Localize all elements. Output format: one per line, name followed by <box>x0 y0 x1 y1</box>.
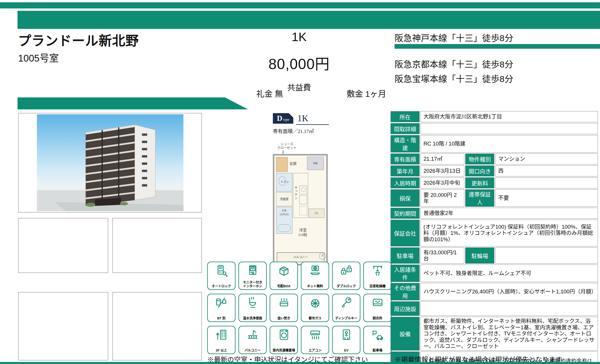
toilet-label: トイレ <box>280 180 289 184</box>
spec-value: RC 10階 / 10階建 <box>421 135 598 153</box>
amenity-label: モニター付き インターホン <box>243 281 262 288</box>
property-sheet: プランドール新北野 1005号室 1K 80,000円 共益費 礼金 無 敷金 … <box>0 0 600 364</box>
spec-row: その他費用ハウスクリーニング26,400円（入居時）、安心サポート1,100円（… <box>390 283 598 300</box>
bath-dryer-icon <box>371 264 385 278</box>
amenity-label: 宅配BOX <box>277 284 291 288</box>
spec-label: 契約期間 <box>390 208 420 219</box>
spec-label: その他費用 <box>390 283 420 300</box>
spec-value: (オリコフォレントインシュア100) 保証料（初回契約時）100%、保証料（月額… <box>421 220 598 246</box>
amenity-tile-parking: 駐車場 <box>363 326 392 354</box>
amenity-tile-dressing-room: 脱衣所 <box>363 294 392 322</box>
amenity-tile-elevator: EV <box>332 326 360 354</box>
spec-label: 入居諸条件 <box>390 265 420 282</box>
amenity-tile-double-lock: ダブルロック <box>332 262 360 290</box>
room-number: 1005号室 <box>18 50 139 64</box>
access-underline <box>395 44 600 49</box>
spec-value: ペット不可、独身者限定、ルームシェア不可 <box>421 265 598 282</box>
spec-row: 入居時期2026年3月中旬更新料 <box>390 177 598 188</box>
amenity-tile-bath-dryer: 浴室乾燥機 <box>363 262 392 290</box>
amenity-label: ダブルロック <box>337 284 356 288</box>
floorplan-drawing: 玄関 MB トイレ 洗面室 UB (1014) キッチン <box>273 154 328 265</box>
amenity-tile-delivery-box: 宅配BOX <box>270 262 298 290</box>
building-render <box>36 114 184 211</box>
spec-label: 開口向き <box>465 165 494 176</box>
rent-amount: 80,000円 <box>204 52 394 73</box>
shoes-closet-label: シューズ クローゼット <box>275 142 299 150</box>
amenity-label: ネット無料 <box>307 284 323 288</box>
spec-value: 21.17㎡ <box>421 153 464 164</box>
spec-label: 所在 <box>390 111 420 122</box>
spec-value: マンション <box>495 153 598 164</box>
spec-value: 大阪府大阪市淀川区新北野1丁目 <box>421 111 598 122</box>
floorplan-layout: 1K <box>297 113 308 124</box>
spec-value: 2026年3月中旬 <box>421 177 464 188</box>
spec-value <box>421 123 598 134</box>
photo-placeholder-2 <box>112 218 202 273</box>
access-line-3: 阪急宝塚本線「十三」徒歩8分 <box>395 72 513 85</box>
amenity-label: 追い焚き <box>278 316 290 320</box>
balcony-icon <box>246 328 260 342</box>
amenity-tile-city-gas: 都市ガス <box>301 294 329 322</box>
spec-label: 間取詳細 <box>390 123 420 134</box>
amenity-label: 都市ガス <box>309 316 322 320</box>
dimple-key-icon <box>339 296 353 310</box>
amenity-tile-washlet: 温水洗浄便座 <box>238 294 267 322</box>
spec-label: 設備 <box>390 317 420 351</box>
indoor-laundry-icon <box>277 328 291 342</box>
double-lock-icon <box>339 264 353 278</box>
amenity-label: 温水洗浄便座 <box>243 316 262 320</box>
photo-placeholder-3 <box>18 292 108 360</box>
washroom: 洗面室 <box>276 192 292 206</box>
meter-box-label: MB <box>313 162 318 165</box>
spec-row: 設備都市ガス、新築物件、インターネット使用料無料、宅配ボックス、浴室乾燥機、バス… <box>390 317 598 351</box>
spec-value <box>495 177 598 188</box>
amenity-label: 脱衣所 <box>373 316 382 320</box>
spec-value: 都市ガス、新築物件、インターネット使用料無料、宅配ボックス、浴室乾燥機、バストイ… <box>421 317 598 351</box>
balcony-area: バルコニー <box>277 252 325 262</box>
unit-bath-label: UB (1014) <box>276 209 292 216</box>
spec-table-wrap: 所在大阪府大阪市淀川区新北野1丁目間取詳細構造・階建RC 10階 / 10階建専… <box>390 110 599 364</box>
amenity-label: 浴室乾燥機 <box>369 284 386 288</box>
main-room-label: 洋室 6.0帖 <box>291 228 315 237</box>
bottom-strip <box>0 362 600 364</box>
floorplan-type-letter: D <box>277 114 282 123</box>
entrance-label: 玄関 <box>289 162 296 166</box>
section-divider-band <box>18 97 248 109</box>
header-band <box>18 11 600 29</box>
spec-row: 構造・階建RC 10階 / 10階建 <box>390 135 598 153</box>
spec-row: 駐車場有/33,000円/1台駐輪場 <box>390 247 598 264</box>
floorplan-area: 専有面積／21.17㎡ <box>273 127 314 134</box>
spec-value: 普通借家2年 <box>421 208 598 219</box>
spec-value: 西 <box>495 165 598 176</box>
spec-label: 築年月 <box>390 165 420 176</box>
unit-bath: UB (1014) <box>276 207 292 234</box>
air-conditioner-icon <box>308 328 322 342</box>
spec-row: 専有面積21.17㎡物件種別マンション <box>390 153 598 164</box>
amenity-tile-free-internet: ネット無料 <box>301 262 329 290</box>
amenity-grid: オートロックモニター付き インターホン宅配BOXネット無料ダブルロック浴室乾燥機… <box>207 262 392 354</box>
layout-type: 1K <box>204 30 394 44</box>
amenity-tile-monitor-intercom: モニター付き インターホン <box>238 262 267 290</box>
amenity-label: 室内洗濯機置場 <box>273 349 295 352</box>
deposit: 敷金 1ヶ月 <box>347 88 386 99</box>
shoes-closet-room <box>276 157 288 172</box>
amenity-tile-dimple-key: ディンプルキー <box>332 294 360 322</box>
floorplan-layout-underline <box>296 124 329 125</box>
floorplan-type-word: type <box>283 118 289 122</box>
amenity-label: BT 別 <box>217 316 226 320</box>
dressing-room-icon <box>371 296 385 310</box>
spec-label: 更新料 <box>465 177 494 188</box>
spec-row: 保証会社(オリコフォレントインシュア100) 保証料（初回契約時）100%、保証… <box>390 220 598 246</box>
spec-row: 築年月2026年3月13日開口向き西 <box>390 165 598 176</box>
amenity-tile-indoor-laundry: 室内洗濯機置場 <box>270 326 298 354</box>
autolock-icon <box>214 264 229 278</box>
spec-label: 損保 <box>390 189 420 207</box>
second-floor-up-icon <box>214 328 229 342</box>
access-line-1: 阪急神戸本線「十三」徒歩8分 <box>395 31 513 44</box>
monitor-intercom-icon <box>246 264 260 278</box>
spec-value <box>495 247 598 264</box>
spec-label: 周辺施設 <box>390 301 420 316</box>
toilet-room: トイレ <box>276 173 292 192</box>
amenity-tile-balcony: バルコニー <box>238 326 267 354</box>
spec-value <box>421 301 598 316</box>
